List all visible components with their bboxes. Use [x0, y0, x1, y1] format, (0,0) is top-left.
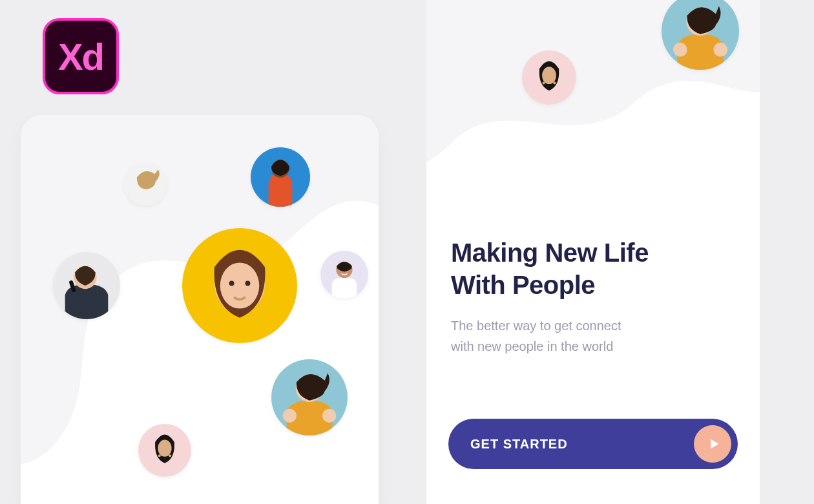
- svg-point-26: [543, 81, 545, 84]
- adobe-xd-label: Xd: [58, 35, 103, 78]
- adobe-xd-badge: Xd: [43, 18, 119, 94]
- mockup-card-right: Making New Life With People The better w…: [426, 0, 760, 504]
- onboarding-headline: Making New Life With People: [451, 236, 734, 301]
- svg-point-22: [169, 454, 171, 457]
- svg-point-31: [713, 43, 727, 57]
- avatar-mid-left: [53, 252, 120, 319]
- get-started-label: GET STARTED: [470, 437, 568, 452]
- avatar-top-right: [251, 147, 310, 207]
- avatar-right-large: [662, 0, 739, 70]
- mockup-card-left: [21, 115, 379, 504]
- svg-point-17: [322, 409, 336, 423]
- svg-point-30: [673, 43, 687, 57]
- avatar-mid-right: [320, 251, 368, 299]
- svg-point-4: [245, 281, 251, 286]
- svg-point-16: [283, 409, 297, 423]
- svg-point-2: [220, 262, 260, 308]
- avatar-top-left: [124, 163, 167, 205]
- avatar-bottom-left: [138, 424, 191, 477]
- svg-point-3: [229, 281, 235, 286]
- avatar-center: [182, 228, 297, 343]
- svg-point-20: [158, 440, 171, 457]
- avatar-right-small: [522, 50, 576, 105]
- svg-point-25: [542, 67, 556, 84]
- avatar-bottom-right: [271, 359, 348, 436]
- svg-point-27: [553, 81, 556, 84]
- svg-point-21: [158, 454, 161, 457]
- get-started-button[interactable]: GET STARTED: [448, 419, 738, 469]
- onboarding-subtext: The better way to get connect with new p…: [451, 315, 721, 357]
- play-icon: [694, 425, 731, 463]
